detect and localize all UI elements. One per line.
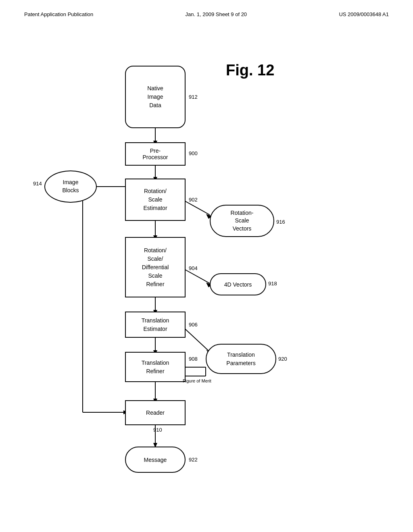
translation-refiner-label: Translation Refiner (142, 359, 169, 376)
native-image-data-box: Native Image Data (125, 66, 186, 128)
four-d-vectors-box: 4D Vectors (210, 273, 266, 295)
page-header: Patent Application Publication Jan. 1, 2… (0, 0, 413, 21)
image-blocks-label: Image Blocks (62, 179, 79, 194)
translation-refiner-id: 908 (189, 356, 198, 362)
native-image-data-id: 912 (189, 94, 198, 100)
translation-estimator-id: 906 (189, 322, 198, 328)
header-right: US 2009/0003648 A1 (339, 11, 389, 17)
reader-id: 910 (153, 427, 162, 433)
message-id: 922 (189, 457, 198, 463)
translation-estimator-box: Translation Estimator (125, 312, 186, 338)
native-image-data-label: Native Image Data (147, 84, 163, 110)
preprocessor-label: Pre- Processor (142, 148, 168, 160)
rotation-scale-estimator-label: Rotation/ Scale Estimator (143, 187, 167, 212)
reader-label: Reader (146, 409, 165, 416)
image-blocks-box: Image Blocks (44, 170, 97, 203)
message-label: Message (144, 457, 167, 463)
four-d-vectors-label: 4D Vectors (224, 281, 252, 288)
message-box: Message (125, 447, 186, 473)
reader-box: Reader (125, 400, 186, 425)
diagram-svg (0, 21, 413, 521)
translation-refiner-box: Translation Refiner (125, 352, 186, 382)
rotation-scale-vectors-id: 916 (276, 219, 285, 225)
figure-of-merit-label: Figure of Merit (183, 378, 211, 383)
rotation-scale-refiner-box: Rotation/ Scale/ Differential Scale Refi… (125, 237, 186, 297)
four-d-vectors-id: 918 (268, 281, 277, 287)
rotation-scale-refiner-label: Rotation/ Scale/ Differential Scale Refi… (142, 246, 169, 289)
preprocessor-id: 900 (189, 150, 198, 156)
diagram-area: Fig. 12 (0, 21, 413, 521)
image-blocks-id: 914 (33, 181, 42, 187)
header-center: Jan. 1, 2009 Sheet 9 of 20 (186, 11, 247, 17)
rotation-scale-refiner-id: 904 (189, 265, 198, 271)
translation-parameters-label: Translation Parameters (226, 351, 255, 368)
rotation-scale-vectors-box: Rotation- Scale Vectors (210, 205, 274, 237)
rotation-scale-estimator-box: Rotation/ Scale Estimator (125, 179, 186, 221)
translation-parameters-box: Translation Parameters (206, 344, 276, 374)
header-left: Patent Application Publication (24, 11, 93, 17)
figure-label: Fig. 12 (226, 62, 274, 79)
translation-parameters-id: 920 (278, 356, 287, 362)
rotation-scale-estimator-id: 902 (189, 197, 198, 203)
translation-estimator-label: Translation Estimator (142, 316, 169, 333)
page: Patent Application Publication Jan. 1, 2… (0, 0, 413, 532)
rotation-scale-vectors-label: Rotation- Scale Vectors (231, 209, 254, 233)
preprocessor-box: Pre- Processor (125, 142, 186, 166)
